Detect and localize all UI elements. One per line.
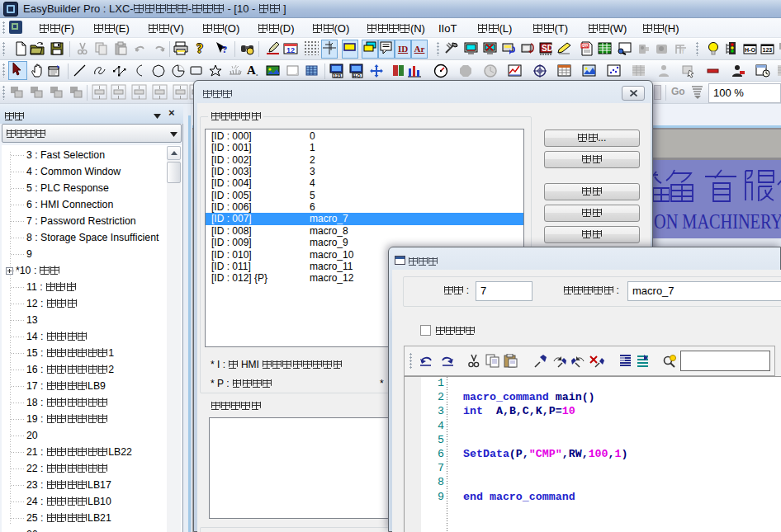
svg-text:H-O: H-O bbox=[353, 73, 361, 78]
svg-text:T: T bbox=[681, 49, 685, 54]
svg-text:?: ? bbox=[222, 43, 228, 55]
svg-text:123: 123 bbox=[763, 47, 773, 53]
svg-text:123: 123 bbox=[334, 73, 341, 78]
svg-text:csv: csv bbox=[582, 44, 589, 49]
svg-text:SD: SD bbox=[542, 44, 553, 53]
svg-text:H-O: H-O bbox=[745, 47, 755, 53]
svg-text:12: 12 bbox=[286, 46, 295, 54]
